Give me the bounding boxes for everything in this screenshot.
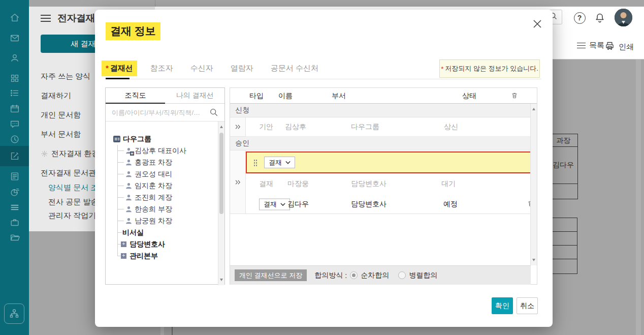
- tree-node-person[interactable]: M 김상후 대표이사: [106, 145, 218, 157]
- active-tab-underline: [106, 78, 130, 79]
- tab-my-approval-line[interactable]: 나의 결재선: [165, 88, 224, 104]
- tab-approval-line[interactable]: *결재선: [102, 60, 137, 76]
- print-button[interactable]: 인쇄: [604, 41, 634, 53]
- person-icon: [125, 182, 133, 190]
- help-button[interactable]: ?: [573, 11, 586, 24]
- menu-toggle-icon[interactable]: [41, 15, 51, 22]
- mail-icon[interactable]: [0, 29, 29, 47]
- list-icon: [577, 43, 586, 49]
- person-icon: M: [125, 147, 133, 155]
- tree-node-person[interactable]: 남궁원 차장: [106, 215, 218, 227]
- tab-reference[interactable]: 참조자: [146, 60, 177, 76]
- tab-official-recipient[interactable]: 공문서 수신처: [267, 60, 323, 76]
- list-view-button[interactable]: 목록: [577, 41, 604, 50]
- approval-table-header: 타입 이름 부서 상태: [230, 88, 537, 104]
- stack-icon[interactable]: [0, 199, 29, 216]
- expand-icon[interactable]: +: [121, 241, 126, 247]
- tree-node-dept[interactable]: + 관리본부: [106, 250, 218, 262]
- radio-parallel[interactable]: 병렬합의: [398, 271, 437, 280]
- org-search-input[interactable]: [112, 109, 203, 116]
- close-icon[interactable]: [531, 17, 544, 31]
- org-tree: 다우그룹 M 김상후 대표이사 홍광표 차장 권오성 대리 임지훈 차장: [106, 133, 218, 262]
- dim-top-strip: [29, 0, 644, 7]
- tree-node-dept[interactable]: 비서실: [106, 227, 218, 238]
- approval-row-new-highlighted[interactable]: 결재: [246, 151, 532, 173]
- gear-icon: [41, 150, 48, 158]
- home-icon[interactable]: [0, 9, 29, 26]
- tree-node-dept[interactable]: + 담당변호사: [106, 238, 218, 250]
- cancel-button[interactable]: 취소: [517, 297, 538, 314]
- radio-sequential[interactable]: 순차합의: [350, 271, 389, 280]
- printer-icon: [604, 41, 615, 53]
- unsaved-notice: *저장되지 않은 정보가 있습니다.: [439, 59, 540, 78]
- section-row-request: 신청: [230, 104, 531, 117]
- manager-badge: M: [130, 151, 134, 156]
- modal-title: 결재 정보: [106, 22, 160, 40]
- tasks-icon[interactable]: [0, 84, 29, 102]
- tree-node-person[interactable]: 임지훈 차장: [106, 180, 218, 192]
- approval-type-select[interactable]: 결재: [264, 157, 295, 168]
- expand-icon[interactable]: +: [121, 253, 126, 259]
- person-icon: [125, 205, 133, 213]
- user-icon[interactable]: [0, 49, 29, 67]
- trash-icon[interactable]: [510, 92, 519, 101]
- modal-tabs: *결재선 참조자 수신자 열람자 공문서 수신처: [102, 60, 332, 76]
- compose-icon[interactable]: [0, 146, 29, 166]
- tree-node-person[interactable]: 홍광표 차장: [106, 157, 218, 168]
- tree-node-company[interactable]: 다우그룹: [106, 133, 218, 145]
- org-tree-scrollbar[interactable]: [218, 121, 224, 285]
- tabs-divider: [106, 79, 541, 79]
- agreement-method-label: 합의방식: [314, 271, 343, 280]
- section-row-approve: 승인: [230, 137, 531, 150]
- icon-rail: [0, 0, 29, 335]
- background-scrollbar-bottom: [160, 327, 164, 335]
- confirm-button[interactable]: 확인: [492, 297, 513, 314]
- tree-node-person[interactable]: 조진희 계장: [106, 192, 218, 203]
- company-icon: [113, 136, 120, 142]
- approval-table-panel: 타입 이름 부서 상태 신청 기안 김상후 다우그룹 상신 승인: [230, 87, 537, 285]
- tab-recipient[interactable]: 수신자: [186, 60, 217, 76]
- tab-viewer[interactable]: 열람자: [227, 60, 257, 76]
- person-icon: [125, 159, 133, 166]
- org-panel: 조직도 나의 결재선 다우그룹: [105, 87, 225, 285]
- group-expand-approve[interactable]: [230, 150, 246, 214]
- orgchart-icon[interactable]: [4, 303, 24, 324]
- search-icon[interactable]: [209, 108, 218, 119]
- doc-edge-line: [172, 327, 173, 335]
- app-root: 전자결재 새 결재 자주 쓰는 양식 결재하기 개인 문서함 부서 문서함 전자…: [0, 0, 644, 335]
- report-icon[interactable]: [0, 184, 29, 201]
- approval-info-modal: 결재 정보 *결재선 참조자 수신자 열람자 공문서 수신처 *저장되지 않은 …: [95, 10, 553, 327]
- person-icon: [125, 170, 133, 178]
- background-scrollbar[interactable]: [636, 59, 641, 335]
- drag-handle-icon[interactable]: [253, 159, 257, 166]
- app-title: 전자결재: [57, 12, 95, 25]
- radio-icon[interactable]: [398, 271, 406, 279]
- approval-table-scrollbar[interactable]: [530, 104, 537, 265]
- chat-icon[interactable]: [0, 115, 29, 133]
- clock-icon[interactable]: [0, 131, 29, 148]
- folder-icon[interactable]: [0, 229, 29, 246]
- board-icon[interactable]: [0, 168, 29, 185]
- approval-row-pending[interactable]: 결재 마장웅 담당변호사 대기: [246, 173, 531, 195]
- notification-bell-icon[interactable]: [593, 11, 606, 24]
- tree-node-person[interactable]: 한송희 부장: [106, 203, 218, 215]
- person-icon: [125, 194, 133, 201]
- approval-row-draft[interactable]: 기안 김상후 다우그룹 상신: [246, 117, 531, 137]
- approval-row-scheduled[interactable]: 결재 김다우 담당변호사 예정: [246, 195, 531, 214]
- tab-orgchart[interactable]: 조직도: [106, 88, 165, 104]
- person-icon: [125, 217, 133, 225]
- approval-footer: 개인 결재선으로 저장 합의방식 : 순차합의 병렬합의: [230, 265, 531, 285]
- approval-type-select[interactable]: 결재: [259, 198, 290, 210]
- radio-icon[interactable]: [350, 271, 358, 279]
- save-personal-line-button[interactable]: 개인 결재선으로 저장: [235, 269, 307, 281]
- calendar-icon[interactable]: [0, 100, 29, 117]
- tree-node-person[interactable]: 권오성 대리: [106, 168, 218, 180]
- avatar[interactable]: [615, 9, 632, 26]
- group-expand-request[interactable]: [230, 117, 246, 137]
